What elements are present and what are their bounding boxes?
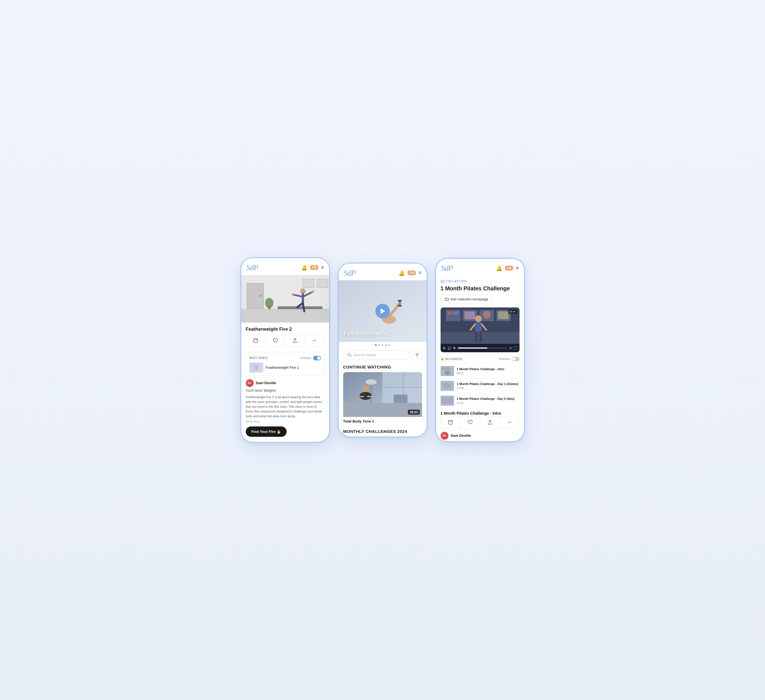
phone-2-header: SdP 🔔 CM ≡ (339, 263, 427, 280)
settings-ctrl-icon[interactable] (509, 346, 512, 350)
play-btn-carousel[interactable] (375, 304, 390, 318)
phones-container: SdP 🔔 CM ≡ (241, 257, 525, 443)
svg-rect-62 (453, 311, 458, 315)
next-video-box: NEXT VIDEO Autoplay Featherweight Fire 1 (246, 353, 325, 376)
svg-point-14 (311, 290, 314, 293)
dot-4[interactable] (385, 344, 387, 346)
schedule-btn-3[interactable] (441, 417, 460, 429)
fullscreen-ctrl-icon[interactable] (514, 346, 517, 350)
video-count-row: 🔒 28 VIDEOS Autoplay (436, 355, 524, 363)
autoplay-toggle[interactable] (313, 356, 321, 360)
dot-3[interactable] (381, 344, 384, 346)
hero-image-1 (241, 275, 329, 323)
search-bar[interactable]: Search videos (343, 350, 410, 359)
more-icon-3 (507, 420, 512, 425)
svg-point-79 (444, 370, 450, 375)
collection-label: COLLECTION (446, 280, 467, 283)
svg-marker-55 (446, 299, 447, 300)
svg-line-35 (350, 356, 351, 357)
favorite-btn[interactable] (266, 335, 285, 347)
svg-rect-32 (398, 300, 402, 301)
more-icon (312, 338, 317, 343)
phone-1-header: SdP 🔔 CM ≡ (241, 258, 329, 275)
player-controls (441, 344, 519, 352)
svg-point-81 (443, 383, 451, 389)
visit-collection-btn[interactable]: Visit collection homepage (441, 295, 493, 304)
bell-icon-3[interactable]: 🔔 (496, 265, 502, 271)
bell-icon-2[interactable]: 🔔 (398, 270, 405, 276)
next-video-item[interactable]: Featherweight Fire 1 (249, 363, 321, 373)
svg-rect-1 (241, 309, 329, 323)
carousel-dots (339, 342, 427, 348)
svg-point-25 (255, 366, 258, 369)
playlist-item-2[interactable]: 1 Month Pilates Challenge - Day 1 (Glute… (436, 378, 524, 393)
dot-2[interactable] (378, 344, 380, 346)
continue-watching-card[interactable]: 38:53 Total Body Tone 1 (343, 372, 422, 423)
calendar-icon (253, 338, 258, 343)
dot-1[interactable] (375, 344, 377, 346)
share-btn[interactable] (285, 335, 305, 347)
room-background (241, 275, 329, 323)
svg-point-64 (483, 311, 491, 318)
favorite-btn-3[interactable] (460, 417, 480, 429)
share-icon (293, 338, 298, 343)
autoplay-text: Autoplay (301, 356, 312, 359)
svg-rect-17 (253, 339, 258, 342)
play-ctrl-icon[interactable] (443, 346, 446, 350)
player-progress-bar[interactable] (458, 347, 507, 348)
svg-point-67 (475, 315, 482, 322)
filter-btn[interactable] (412, 350, 422, 360)
volume-ctrl-icon[interactable] (453, 346, 456, 350)
svg-point-48 (362, 386, 369, 392)
collection-title: 1 Month Pilates Challenge (436, 284, 524, 295)
search-bar-row: Search videos (339, 348, 427, 363)
playlist-thumb-3 (441, 396, 454, 406)
autoplay-row-3: Autoplay (499, 357, 519, 361)
collection-badge: COLLECTION (436, 276, 524, 284)
avatar-badge-2[interactable]: CM (408, 271, 416, 275)
menu-icon-2[interactable]: ≡ (419, 270, 422, 276)
description-text-1: Featherweight Fire 2 is all about keepin… (241, 395, 329, 419)
playlist-item-3[interactable]: 1 Month Pilates Challenge - Day 2 (Abs) … (436, 393, 524, 408)
playlist-item-1[interactable]: 1 Month Pilates Challenge - Intro 08:01 (436, 364, 524, 378)
share-btn-3[interactable] (480, 417, 500, 429)
svg-rect-63 (464, 311, 475, 319)
video-title-section: Featherweight Fire 2 (241, 323, 329, 353)
svg-point-21 (313, 340, 313, 341)
svg-rect-4 (278, 306, 323, 309)
lock-icon: 🔒 (441, 357, 444, 360)
action-bar-1 (246, 335, 325, 347)
header-icons-1: 🔔 CM ≡ (301, 265, 324, 271)
rotate-ctrl-icon[interactable] (448, 346, 451, 350)
playlist-duration-1: 08:01 (457, 372, 519, 375)
menu-icon-3[interactable]: ≡ (516, 265, 519, 271)
dot-5[interactable] (388, 344, 390, 346)
collection-icon (441, 279, 444, 283)
show-less-btn[interactable]: Show less (241, 419, 329, 426)
avatar-badge-1[interactable]: CM (310, 265, 318, 270)
autoplay-toggle-3[interactable] (512, 357, 519, 361)
creator-row-1: SD Sam Deville (241, 379, 329, 389)
playlist-thumb-svg-3 (441, 396, 454, 406)
next-video-header: NEXT VIDEO Autoplay (249, 356, 321, 360)
phone-1: SdP 🔔 CM ≡ (241, 257, 330, 443)
creator-avatar-3: SD (441, 432, 449, 440)
svg-marker-73 (443, 347, 445, 350)
svg-marker-53 (442, 281, 443, 282)
svg-rect-65 (498, 311, 508, 319)
schedule-btn[interactable] (246, 335, 266, 347)
svg-marker-74 (453, 347, 455, 350)
svg-rect-77 (442, 367, 445, 370)
bell-icon-1[interactable]: 🔔 (301, 265, 307, 271)
phone-3-header: SdP 🔔 CM ≡ (436, 259, 524, 276)
svg-rect-6 (268, 306, 270, 309)
next-thumb-svg (253, 365, 260, 370)
menu-icon-1[interactable]: ≡ (321, 265, 324, 271)
more-btn-3[interactable] (500, 417, 519, 429)
creator-avatar-1: SD (246, 379, 253, 387)
svg-point-22 (314, 340, 315, 341)
equipment-text-1: You'll need: Weights (241, 389, 329, 395)
avatar-badge-3[interactable]: CM (505, 266, 513, 271)
more-btn[interactable] (305, 335, 324, 347)
find-fire-button[interactable]: Find Your Fire 🔥 (246, 426, 287, 437)
